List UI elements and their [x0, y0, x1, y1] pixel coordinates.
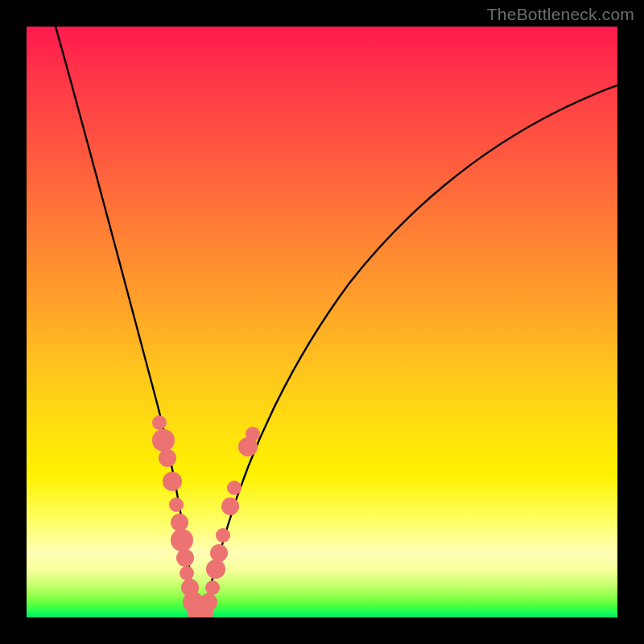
marker-dot	[171, 529, 193, 551]
marker-dot	[206, 559, 225, 579]
marker-dot	[163, 472, 182, 491]
marker-dot	[152, 415, 167, 430]
chart-frame: TheBottleneck.com	[0, 0, 644, 644]
marker-dot	[221, 497, 239, 515]
marker-dot	[169, 497, 184, 512]
marker-dot	[246, 427, 260, 441]
marker-dot	[159, 449, 176, 467]
curve-layer	[27, 27, 617, 617]
marker-group	[152, 415, 260, 617]
watermark-text: TheBottleneck.com	[487, 5, 634, 24]
marker-dot	[210, 544, 228, 562]
marker-dot	[205, 580, 220, 595]
marker-dot	[180, 566, 194, 580]
marker-dot	[200, 593, 217, 611]
marker-dot	[227, 481, 242, 495]
marker-dot	[216, 528, 230, 543]
bottleneck-curve	[56, 27, 617, 617]
plot-area	[27, 27, 617, 617]
marker-dot	[152, 429, 175, 452]
marker-dot	[176, 549, 194, 567]
marker-dot	[171, 514, 188, 531]
